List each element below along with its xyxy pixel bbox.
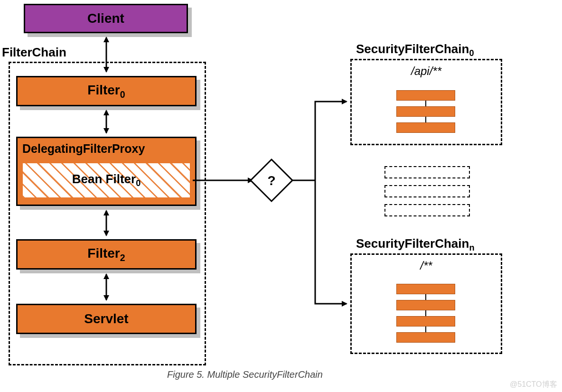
- svg-text:?: ?: [267, 173, 275, 188]
- svg-marker-5: [251, 159, 292, 201]
- filterchain-title: FilterChain: [2, 45, 66, 60]
- middle-slot-1: [384, 185, 470, 197]
- client-label: Client: [87, 11, 124, 26]
- sfc0-path: /api/**: [350, 65, 502, 78]
- middle-slot-2: [384, 204, 470, 216]
- filter0-box: Filter0: [16, 76, 197, 106]
- sfc0-bar-2: [396, 122, 455, 133]
- figure-caption: Figure 5. Multiple SecurityFilterChain: [167, 369, 323, 380]
- bean-filter-label: Bean Filter0: [72, 172, 141, 188]
- client-box: Client: [24, 4, 188, 33]
- filter2-box: Filter2: [16, 239, 197, 270]
- filter0-label: Filter0: [87, 83, 125, 100]
- sfc0-bar-0: [396, 90, 455, 101]
- sfc0-bar-1: [396, 106, 455, 117]
- middle-slot-0: [384, 166, 470, 178]
- bean-filter-box: Bean Filter0: [21, 161, 192, 199]
- watermark: @51CTO博客: [510, 380, 557, 390]
- sfcn-bar-2: [396, 316, 455, 327]
- delegating-label: DelegatingFilterProxy: [22, 142, 145, 156]
- servlet-label: Servlet: [84, 311, 128, 327]
- sfcn-title: SecurityFilterChainn: [356, 236, 475, 253]
- sfcn-path: /**: [350, 259, 502, 272]
- sfcn-bar-1: [396, 300, 455, 310]
- servlet-box: Servlet: [16, 304, 197, 334]
- sfcn-bar-0: [396, 284, 455, 294]
- filter2-label: Filter2: [87, 246, 125, 263]
- sfcn-bar-3: [396, 332, 455, 343]
- sfc0-title: SecurityFilterChain0: [356, 42, 474, 58]
